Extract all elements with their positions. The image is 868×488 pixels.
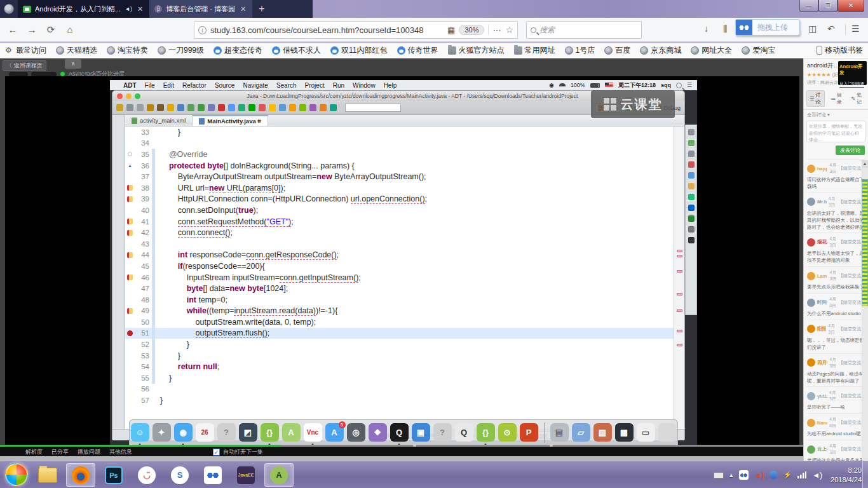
taskbar-baidu-netdisk[interactable] (198, 463, 227, 487)
toolbar-icon[interactable] (126, 104, 133, 111)
comment-username[interactable]: 时间煮雨 (817, 299, 827, 306)
dock-audio-midi[interactable]: ◎ (347, 423, 365, 442)
zoom-indicator[interactable]: 30% (459, 25, 484, 35)
new-tab-button[interactable]: + (252, 0, 271, 18)
close-button[interactable]: ✕ (837, 0, 864, 12)
sound-mixer-icon[interactable]: ◄) (754, 471, 764, 480)
toolbar-icon[interactable] (137, 104, 144, 111)
error-marker-icon[interactable] (127, 308, 133, 314)
bookmark-item[interactable]: 常用网址 (514, 45, 555, 56)
code-line[interactable]: 51 outputStream.flush(); (125, 328, 684, 339)
tab-blog[interactable]: β 博客后台管理 - 博客园 ✕ (149, 0, 252, 18)
qr-code-icon[interactable]: ▦ (447, 25, 455, 35)
overview-ruler[interactable] (674, 126, 684, 429)
comment-item[interactable]: happy124月3日【随堂交流】请问这种方式适合做断点下载吗 (807, 159, 865, 193)
post-comment-button[interactable]: 发表讨论 (836, 146, 865, 155)
code-line[interactable]: 37 ByteArrayOutputStream outputStream=ne… (125, 171, 684, 182)
toolbar-icon[interactable] (116, 104, 123, 111)
player-option[interactable]: 解析度 (25, 448, 43, 456)
toolbar-icon[interactable] (147, 104, 154, 111)
player-option[interactable]: 其他信息 (109, 448, 132, 456)
zoom-light-icon[interactable] (135, 93, 140, 99)
comment-item[interactable]: 云上学习4月3日【随堂交流】老师的这文件很中意多来表现吗 最近可怜吗！ (807, 440, 865, 461)
bookmark-item[interactable]: 一刀999级 (158, 45, 204, 56)
scroll-up-icon[interactable]: ▲ (862, 160, 868, 168)
error-marker-icon[interactable] (127, 196, 133, 202)
comment-item[interactable]: Lambybl4月3日【随堂交流】更早先点乐乐吧给我笑脸了 (807, 266, 865, 293)
player-option[interactable]: 播放问题 (78, 448, 100, 456)
collapse-up-icon[interactable]: ∧ (65, 59, 81, 69)
dock-android[interactable]: ⊙ (498, 423, 517, 442)
dock-utility-purple[interactable]: ❖ (369, 423, 387, 442)
dock-vnc[interactable]: Vnc (304, 423, 322, 442)
toolbar-icon[interactable] (279, 104, 286, 111)
error-marker-icon[interactable] (127, 219, 133, 224)
minimize-button[interactable]: — (799, 0, 818, 12)
fast-view-icon[interactable] (688, 215, 695, 222)
dock-eclipse[interactable]: {} (261, 423, 279, 442)
annotation-mark[interactable] (677, 344, 682, 346)
code-line[interactable]: 44 int responseCode=conn.getResponseCode… (125, 250, 684, 261)
tab-close-icon[interactable]: ✕ (239, 5, 247, 13)
annotation-mark[interactable] (677, 293, 682, 295)
code-line[interactable]: 34 (125, 138, 684, 149)
menu-item[interactable]: Run (333, 82, 344, 89)
player-option[interactable]: 已分享 (51, 448, 69, 456)
code-line[interactable]: ▲36 protected byte[] doInBackground(Stri… (125, 160, 684, 172)
menu-item[interactable]: Window (353, 82, 376, 89)
comment-item[interactable]: Nancybl4月3日【随堂交流】为啥不用android studio呢 (807, 413, 865, 440)
toolbar-icon[interactable] (177, 104, 184, 111)
toolbar-icon[interactable] (248, 104, 255, 111)
menu-icon[interactable]: ☰ (851, 24, 860, 34)
code-line[interactable]: 50 outputStream.write(data, 0, temp); (125, 316, 684, 328)
comment-item[interactable]: 四月物语4月3日【随堂交流】动态Pages的问题，啥没有呢，重新再对学有问题了 (807, 353, 865, 387)
comment-username[interactable]: 烟花易冷 (817, 239, 827, 245)
comment-username[interactable]: yld1247 (817, 393, 827, 399)
code-line[interactable]: 43 (125, 238, 684, 250)
annotation-mark[interactable] (677, 250, 682, 252)
panel-tab-目录[interactable]: ≔目录 (828, 90, 846, 107)
tab-close-icon[interactable]: ✕ (136, 5, 144, 13)
panel-tab-讨论[interactable]: ☰讨论 (806, 90, 825, 107)
error-marker-icon[interactable] (127, 252, 133, 258)
code-line[interactable]: 42 conn.connect(); (125, 227, 684, 238)
minimize-light-icon[interactable] (126, 93, 132, 99)
dock-stack-folder[interactable]: ▱ (572, 423, 590, 442)
taskbar-sogou[interactable]: S (165, 463, 194, 487)
toolbar-icon[interactable] (320, 104, 327, 111)
bookmark-item[interactable]: 借钱不求人 (272, 45, 321, 56)
hidden-icons-button[interactable]: ▴ (729, 471, 733, 479)
dock-trash[interactable] (658, 423, 677, 442)
dock-calendar[interactable]: 26 (196, 423, 214, 442)
taskbar-clock[interactable]: 8:20 2018/4/24 (831, 466, 862, 485)
comment-username[interactable]: Lambybl (817, 273, 827, 279)
bookmark-item[interactable]: 百度 (604, 45, 630, 56)
url-bar[interactable]: i study.163.com/course/courseLearn.htm?c… (194, 21, 518, 39)
toolbar-icon[interactable] (309, 104, 316, 111)
comment-input[interactable]: 欢迎分享，倾情奉献，无论是你的学习笔记 还是心得体会… (806, 121, 865, 142)
library-icon[interactable]: ⫼ (723, 24, 727, 34)
toolbar-icon[interactable] (218, 104, 225, 111)
fast-view-icon[interactable] (688, 226, 695, 233)
autonext-checkbox[interactable]: ✓ (213, 449, 220, 456)
bookmark-item[interactable]: 天猫精选 (56, 45, 97, 56)
dock-finder[interactable]: ☺ (131, 423, 149, 442)
toolbar-icon[interactable] (157, 104, 164, 111)
code-line[interactable]: 48 int temp=0; (125, 294, 684, 306)
comment-item[interactable]: Mr.byd4月3日【随堂交流】您讲的太好了，很清晰。是真的对我帮助很大，以后的… (807, 193, 865, 233)
toolbar-icon[interactable] (167, 104, 174, 111)
menu-item[interactable]: Navigate (243, 82, 268, 89)
code-line[interactable]: 35 @Override (125, 149, 684, 160)
code-line[interactable]: 39 HttpURLConnection conn=(HttpURLConnec… (125, 194, 684, 205)
taskbar-java-ee-ide[interactable]: JavaEE (231, 463, 261, 487)
downloads-icon[interactable]: ↓ (704, 24, 709, 34)
reload-button[interactable]: ⟳ (43, 22, 58, 37)
volume-icon[interactable]: ◄) (812, 471, 822, 480)
tab-audio-icon[interactable]: ◄) (125, 6, 132, 12)
code-line[interactable]: 53 } (125, 350, 684, 362)
dock-stack-image[interactable]: ▨ (593, 423, 612, 442)
dock-stack-window[interactable]: ▭ (637, 423, 655, 442)
bookmark-item[interactable]: 网址大全 (691, 45, 732, 56)
dock-android-studio[interactable]: A (282, 423, 301, 442)
error-marker-icon[interactable] (127, 185, 133, 191)
